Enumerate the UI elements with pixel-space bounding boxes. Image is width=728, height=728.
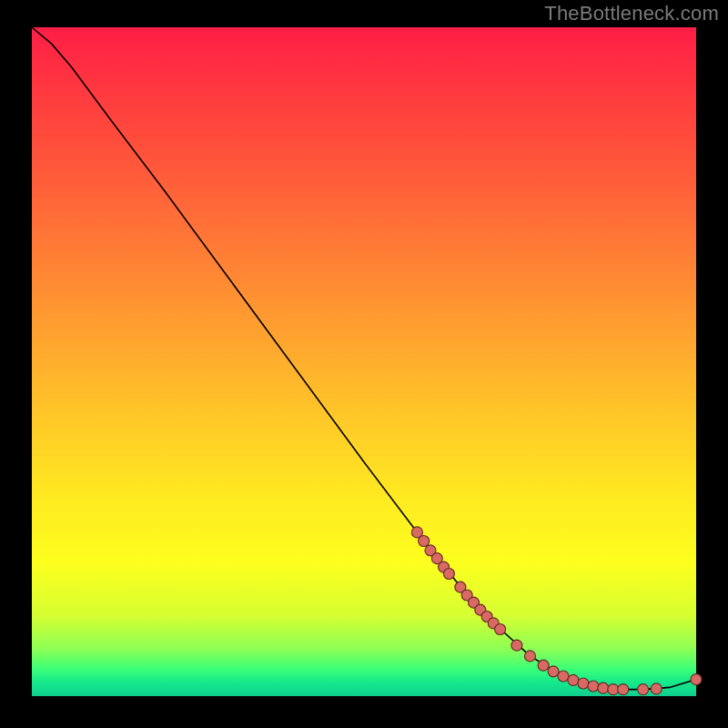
data-marker <box>538 660 549 671</box>
data-marker <box>691 674 702 685</box>
data-marker <box>598 682 609 693</box>
bottleneck-curve <box>32 27 696 690</box>
data-marker <box>568 674 579 685</box>
data-marker <box>525 651 536 662</box>
data-marker <box>618 684 629 695</box>
data-marker <box>588 681 599 692</box>
data-marker <box>651 683 662 694</box>
data-marker <box>419 536 430 547</box>
data-marker <box>578 678 589 689</box>
data-marker <box>511 640 522 651</box>
data-marker <box>443 569 454 580</box>
plot-overlay <box>32 27 696 696</box>
data-marker <box>495 624 506 635</box>
data-marker <box>638 684 649 695</box>
marker-group <box>411 527 702 695</box>
chart-frame: TheBottleneck.com <box>0 0 728 728</box>
data-marker <box>608 684 619 695</box>
data-marker <box>558 671 569 682</box>
attribution-text: TheBottleneck.com <box>544 2 719 25</box>
data-marker <box>548 666 559 677</box>
